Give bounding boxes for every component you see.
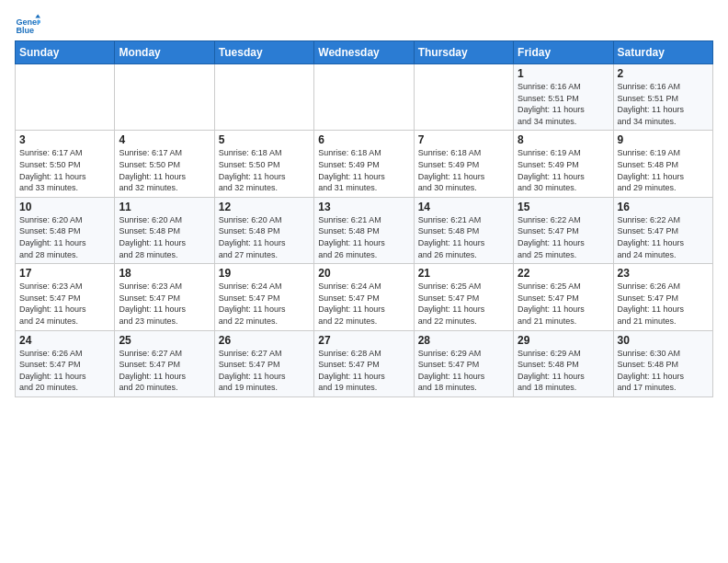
day-number: 17: [19, 267, 110, 280]
day-number: 12: [219, 201, 310, 213]
day-cell: 3Sunrise: 6:17 AM Sunset: 5:50 PM Daylig…: [16, 131, 115, 197]
day-number: 1: [518, 67, 609, 80]
day-number: 2: [618, 67, 709, 80]
day-cell: 22Sunrise: 6:25 AM Sunset: 5:47 PM Dayli…: [514, 264, 613, 330]
day-info: Sunrise: 6:30 AM Sunset: 5:48 PM Dayligh…: [618, 348, 709, 394]
day-info: Sunrise: 6:19 AM Sunset: 5:48 PM Dayligh…: [618, 147, 709, 193]
day-cell: 18Sunrise: 6:23 AM Sunset: 5:47 PM Dayli…: [115, 264, 214, 330]
day-info: Sunrise: 6:26 AM Sunset: 5:47 PM Dayligh…: [19, 348, 110, 394]
day-cell: [214, 64, 313, 131]
day-info: Sunrise: 6:16 AM Sunset: 5:51 PM Dayligh…: [618, 81, 709, 127]
day-number: 18: [119, 267, 210, 280]
day-cell: 11Sunrise: 6:20 AM Sunset: 5:48 PM Dayli…: [115, 197, 214, 263]
day-cell: 2Sunrise: 6:16 AM Sunset: 5:51 PM Daylig…: [613, 64, 712, 131]
week-row-5: 24Sunrise: 6:26 AM Sunset: 5:47 PM Dayli…: [16, 330, 713, 396]
day-number: 7: [418, 133, 509, 146]
day-info: Sunrise: 6:21 AM Sunset: 5:48 PM Dayligh…: [318, 214, 409, 260]
day-cell: 1Sunrise: 6:16 AM Sunset: 5:51 PM Daylig…: [514, 64, 613, 131]
day-cell: 19Sunrise: 6:24 AM Sunset: 5:47 PM Dayli…: [214, 264, 313, 330]
day-cell: 23Sunrise: 6:26 AM Sunset: 5:47 PM Dayli…: [613, 264, 712, 330]
weekday-header-tuesday: Tuesday: [214, 41, 313, 64]
day-cell: 10Sunrise: 6:20 AM Sunset: 5:48 PM Dayli…: [16, 197, 115, 263]
day-number: 28: [418, 334, 509, 347]
day-number: 19: [219, 267, 310, 280]
day-info: Sunrise: 6:28 AM Sunset: 5:47 PM Dayligh…: [318, 348, 409, 394]
day-info: Sunrise: 6:18 AM Sunset: 5:49 PM Dayligh…: [318, 147, 409, 193]
day-cell: 4Sunrise: 6:17 AM Sunset: 5:50 PM Daylig…: [115, 131, 214, 197]
svg-text:General: General: [16, 17, 40, 27]
week-row-4: 17Sunrise: 6:23 AM Sunset: 5:47 PM Dayli…: [16, 264, 713, 330]
day-number: 8: [518, 133, 609, 146]
day-cell: 12Sunrise: 6:20 AM Sunset: 5:48 PM Dayli…: [214, 197, 313, 263]
day-info: Sunrise: 6:17 AM Sunset: 5:50 PM Dayligh…: [119, 147, 210, 193]
svg-marker-2: [35, 14, 40, 17]
day-info: Sunrise: 6:18 AM Sunset: 5:50 PM Dayligh…: [219, 147, 310, 193]
day-cell: 14Sunrise: 6:21 AM Sunset: 5:48 PM Dayli…: [414, 197, 513, 263]
day-number: 4: [119, 133, 210, 146]
day-number: 26: [219, 334, 310, 347]
day-number: 22: [518, 267, 609, 280]
day-info: Sunrise: 6:29 AM Sunset: 5:47 PM Dayligh…: [418, 348, 509, 394]
day-cell: 27Sunrise: 6:28 AM Sunset: 5:47 PM Dayli…: [314, 330, 414, 396]
day-number: 23: [618, 267, 709, 280]
day-info: Sunrise: 6:25 AM Sunset: 5:47 PM Dayligh…: [418, 281, 509, 327]
day-info: Sunrise: 6:20 AM Sunset: 5:48 PM Dayligh…: [19, 214, 110, 260]
day-number: 9: [618, 133, 709, 146]
day-number: 25: [119, 334, 210, 347]
logo: General Blue: [15, 13, 44, 39]
day-number: 11: [119, 201, 210, 213]
day-info: Sunrise: 6:16 AM Sunset: 5:51 PM Dayligh…: [518, 81, 609, 127]
day-cell: 6Sunrise: 6:18 AM Sunset: 5:49 PM Daylig…: [314, 131, 414, 197]
weekday-header-saturday: Saturday: [613, 41, 712, 64]
day-number: 27: [318, 334, 409, 347]
day-number: 21: [418, 267, 509, 280]
day-info: Sunrise: 6:18 AM Sunset: 5:49 PM Dayligh…: [418, 147, 509, 193]
day-cell: 8Sunrise: 6:19 AM Sunset: 5:49 PM Daylig…: [514, 131, 613, 197]
day-cell: 20Sunrise: 6:24 AM Sunset: 5:47 PM Dayli…: [314, 264, 414, 330]
day-info: Sunrise: 6:23 AM Sunset: 5:47 PM Dayligh…: [19, 281, 110, 327]
day-cell: 15Sunrise: 6:22 AM Sunset: 5:47 PM Dayli…: [514, 197, 613, 263]
day-info: Sunrise: 6:20 AM Sunset: 5:48 PM Dayligh…: [219, 214, 310, 260]
page-container: General Blue SundayMondayTuesdayWednesda…: [0, 0, 728, 405]
week-row-1: 1Sunrise: 6:16 AM Sunset: 5:51 PM Daylig…: [16, 64, 713, 131]
day-cell: 28Sunrise: 6:29 AM Sunset: 5:47 PM Dayli…: [414, 330, 513, 396]
day-cell: 30Sunrise: 6:30 AM Sunset: 5:48 PM Dayli…: [613, 330, 712, 396]
day-info: Sunrise: 6:21 AM Sunset: 5:48 PM Dayligh…: [418, 214, 509, 260]
day-cell: [16, 64, 115, 131]
weekday-header-wednesday: Wednesday: [314, 41, 414, 64]
day-number: 3: [19, 133, 110, 146]
day-cell: 5Sunrise: 6:18 AM Sunset: 5:50 PM Daylig…: [214, 131, 313, 197]
day-cell: [414, 64, 513, 131]
weekday-header-friday: Friday: [514, 41, 613, 64]
week-row-3: 10Sunrise: 6:20 AM Sunset: 5:48 PM Dayli…: [16, 197, 713, 263]
day-info: Sunrise: 6:27 AM Sunset: 5:47 PM Dayligh…: [219, 348, 310, 394]
day-number: 24: [19, 334, 110, 347]
day-info: Sunrise: 6:23 AM Sunset: 5:47 PM Dayligh…: [119, 281, 210, 327]
weekday-header-thursday: Thursday: [414, 41, 513, 64]
day-cell: 21Sunrise: 6:25 AM Sunset: 5:47 PM Dayli…: [414, 264, 513, 330]
day-number: 13: [318, 201, 409, 213]
day-cell: [314, 64, 414, 131]
day-info: Sunrise: 6:26 AM Sunset: 5:47 PM Dayligh…: [618, 281, 709, 327]
svg-text:Blue: Blue: [16, 26, 34, 35]
day-number: 20: [318, 267, 409, 280]
weekday-header-monday: Monday: [115, 41, 214, 64]
day-number: 6: [318, 133, 409, 146]
day-cell: 13Sunrise: 6:21 AM Sunset: 5:48 PM Dayli…: [314, 197, 414, 263]
day-cell: 16Sunrise: 6:22 AM Sunset: 5:47 PM Dayli…: [613, 197, 712, 263]
day-info: Sunrise: 6:22 AM Sunset: 5:47 PM Dayligh…: [518, 214, 609, 260]
day-info: Sunrise: 6:25 AM Sunset: 5:47 PM Dayligh…: [518, 281, 609, 327]
day-cell: 17Sunrise: 6:23 AM Sunset: 5:47 PM Dayli…: [16, 264, 115, 330]
week-row-2: 3Sunrise: 6:17 AM Sunset: 5:50 PM Daylig…: [16, 131, 713, 197]
day-info: Sunrise: 6:22 AM Sunset: 5:47 PM Dayligh…: [618, 214, 709, 260]
day-info: Sunrise: 6:24 AM Sunset: 5:47 PM Dayligh…: [318, 281, 409, 327]
day-number: 30: [618, 334, 709, 347]
header: General Blue: [15, 9, 713, 39]
day-info: Sunrise: 6:29 AM Sunset: 5:48 PM Dayligh…: [518, 348, 609, 394]
day-info: Sunrise: 6:20 AM Sunset: 5:48 PM Dayligh…: [119, 214, 210, 260]
day-info: Sunrise: 6:19 AM Sunset: 5:49 PM Dayligh…: [518, 147, 609, 193]
day-info: Sunrise: 6:17 AM Sunset: 5:50 PM Dayligh…: [19, 147, 110, 193]
day-number: 14: [418, 201, 509, 213]
weekday-header-sunday: Sunday: [16, 41, 115, 64]
day-cell: 26Sunrise: 6:27 AM Sunset: 5:47 PM Dayli…: [214, 330, 313, 396]
